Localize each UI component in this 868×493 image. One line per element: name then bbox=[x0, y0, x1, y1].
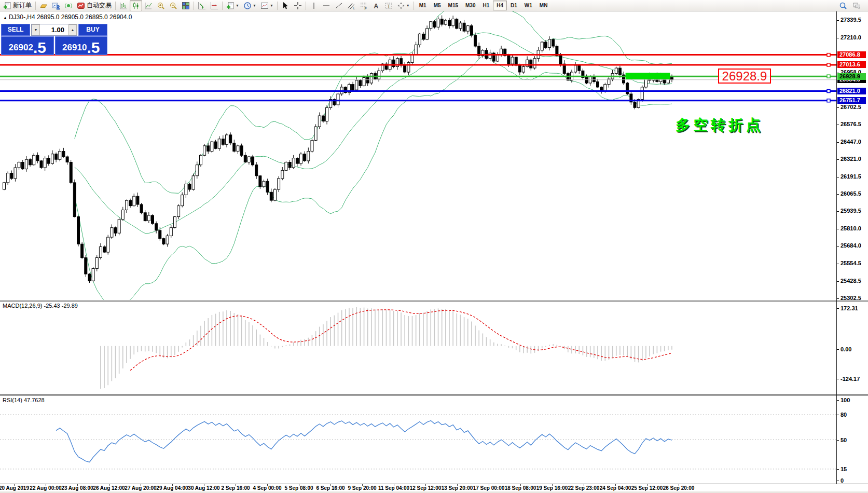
price-tick-mark bbox=[837, 177, 839, 177]
vertical-line-tool[interactable] bbox=[308, 0, 320, 11]
arrows-dropdown[interactable]: ▼ bbox=[395, 0, 412, 11]
toolbar-separator bbox=[35, 2, 36, 10]
buy-button[interactable]: BUY bbox=[78, 24, 107, 36]
price-tick-label: 26321.0 bbox=[841, 156, 861, 162]
price-tick-mark bbox=[837, 38, 839, 38]
broadcast-button[interactable] bbox=[62, 0, 75, 11]
collapse-triangle-icon[interactable]: ▲ bbox=[3, 16, 7, 20]
turning-point-annotation[interactable]: 多空转折点 bbox=[676, 115, 764, 135]
cursor-tool-button[interactable] bbox=[279, 0, 292, 11]
gold-ingot-button[interactable] bbox=[37, 0, 50, 11]
toolbar-right bbox=[839, 2, 861, 10]
macd-label: MACD(12,26,9) -25.43 -29.89 bbox=[3, 303, 78, 309]
chart-shift-icon bbox=[210, 2, 218, 10]
trendline-tool[interactable] bbox=[333, 0, 345, 11]
toolbar-separator bbox=[277, 2, 278, 10]
auto-trading-button[interactable]: 自动交易 bbox=[75, 0, 114, 11]
chart-shift-button[interactable] bbox=[208, 0, 221, 11]
chat-icon[interactable] bbox=[852, 2, 861, 10]
sell-button[interactable]: SELL bbox=[1, 24, 30, 36]
new-order-button[interactable]: 新订单 bbox=[1, 0, 34, 11]
price-line-badge: 26928.9 bbox=[837, 73, 866, 80]
toolbar-separator bbox=[115, 2, 116, 10]
zoom-out-icon bbox=[169, 2, 177, 10]
price-tick-mark bbox=[837, 211, 839, 212]
text-tool[interactable]: A bbox=[370, 0, 382, 11]
new-chart-dropdown[interactable]: ▼ bbox=[224, 0, 241, 11]
text-label-tool[interactable]: T bbox=[382, 0, 395, 11]
volume-value[interactable]: 1.00 bbox=[40, 24, 68, 35]
auto-trading-icon bbox=[77, 2, 85, 10]
rsi-axis[interactable]: 1008050150 bbox=[837, 396, 868, 484]
tile-windows-button[interactable] bbox=[180, 0, 192, 11]
price-tick-label: 27339.5 bbox=[841, 17, 861, 23]
time-tick-label: 19 Sep 16:00 bbox=[536, 485, 568, 491]
horizontal-line-tool[interactable] bbox=[320, 0, 333, 11]
tile-windows-icon bbox=[182, 2, 190, 10]
time-tick-label: 22 Aug 00:00 bbox=[30, 485, 61, 491]
volume-stepper: ▼ 1.00 ▲ bbox=[31, 24, 77, 36]
timeframe-button-m5[interactable]: M5 bbox=[430, 1, 445, 10]
candlestick-chart-icon bbox=[132, 2, 140, 10]
time-axis[interactable]: 20 Aug 201922 Aug 00:0023 Aug 08:0026 Au… bbox=[0, 484, 868, 492]
price-tick-label: 25554.5 bbox=[841, 260, 861, 266]
rsi-tick-mark bbox=[837, 440, 839, 441]
main-price-axis[interactable]: 27339.527210.026958.026702.526576.526447… bbox=[837, 11, 868, 300]
main-chart-svg[interactable] bbox=[0, 11, 837, 300]
sell-price-button[interactable]: 26902 .5 bbox=[1, 36, 54, 55]
new-order-label: 新订单 bbox=[13, 1, 32, 10]
price-tick-label: 25810.0 bbox=[841, 225, 861, 231]
price-tick-label: 26576.5 bbox=[841, 121, 861, 127]
cursor-icon bbox=[281, 2, 290, 10]
templates-dropdown[interactable]: ▼ bbox=[258, 0, 275, 11]
buy-price-button[interactable]: 26910 .5 bbox=[55, 36, 108, 55]
search-icon[interactable] bbox=[839, 2, 847, 10]
zoom-out-button[interactable] bbox=[167, 0, 180, 11]
periods-dropdown[interactable]: ▼ bbox=[241, 0, 258, 11]
new-order-icon bbox=[3, 2, 11, 10]
zoom-in-button[interactable] bbox=[155, 0, 167, 11]
price-tick-label: 25939.5 bbox=[841, 208, 861, 214]
time-tick-label: 4 Sep 00:00 bbox=[253, 485, 281, 491]
person-chart-button[interactable] bbox=[50, 0, 62, 11]
equidistant-channel-tool[interactable]: E bbox=[345, 0, 357, 11]
timeframe-button-h1[interactable]: H1 bbox=[479, 1, 493, 10]
person-chart-icon bbox=[52, 2, 60, 10]
svg-text:A: A bbox=[374, 2, 378, 9]
trendline-icon bbox=[335, 2, 343, 10]
timeframe-button-h4[interactable]: H4 bbox=[493, 1, 507, 10]
timeframe-group: M1M5M15M30H1H4D1W1MN bbox=[416, 1, 552, 10]
line-chart-button[interactable] bbox=[142, 0, 155, 11]
time-tick-label: 13 Sep 20:00 bbox=[442, 485, 473, 491]
equidistant-channel-icon: E bbox=[347, 2, 355, 10]
macd-tick-label: 0.00 bbox=[841, 346, 851, 352]
macd-pane-svg[interactable] bbox=[0, 302, 837, 394]
candlestick-chart-button[interactable] bbox=[130, 0, 142, 11]
toolbar-separator bbox=[414, 2, 414, 10]
time-tick-label: 25 Sep 12:00 bbox=[631, 485, 663, 491]
timeframe-button-m1[interactable]: M1 bbox=[416, 1, 430, 10]
timeframe-button-w1[interactable]: W1 bbox=[521, 1, 536, 10]
bar-chart-button[interactable] bbox=[117, 0, 130, 11]
rsi-tick-mark bbox=[837, 469, 839, 470]
timeframe-button-m15[interactable]: M15 bbox=[445, 1, 462, 10]
volume-decrease-button[interactable]: ▼ bbox=[32, 24, 40, 35]
timeframe-button-m30[interactable]: M30 bbox=[462, 1, 479, 10]
buy-price-frac: .5 bbox=[87, 41, 100, 54]
volume-increase-button[interactable]: ▲ bbox=[68, 24, 77, 35]
price-tick-label: 27210.0 bbox=[841, 34, 861, 40]
time-tick-label: 26 Sep 20:00 bbox=[663, 485, 695, 491]
timeframe-button-d1[interactable]: D1 bbox=[507, 1, 521, 10]
macd-axis[interactable]: 172.310.00-124.17 bbox=[837, 302, 868, 394]
fibonacci-tool[interactable]: F bbox=[357, 0, 370, 11]
chevron-down-icon: ▼ bbox=[406, 4, 410, 7]
price-level-callout[interactable]: 26928.9 bbox=[718, 69, 771, 84]
auto-scroll-button[interactable] bbox=[196, 0, 208, 11]
time-tick-label: 18 Sep 08:00 bbox=[505, 485, 536, 491]
rsi-pane-svg[interactable] bbox=[0, 396, 837, 484]
crosshair-tool-button[interactable] bbox=[292, 0, 304, 11]
one-click-trade-panel: SELL ▼ 1.00 ▲ BUY 26902 .5 26910 .5 bbox=[1, 24, 107, 55]
rsi-tick-label: 15 bbox=[841, 466, 847, 472]
toolbar-separator bbox=[306, 2, 306, 10]
timeframe-button-mn[interactable]: MN bbox=[536, 1, 552, 10]
